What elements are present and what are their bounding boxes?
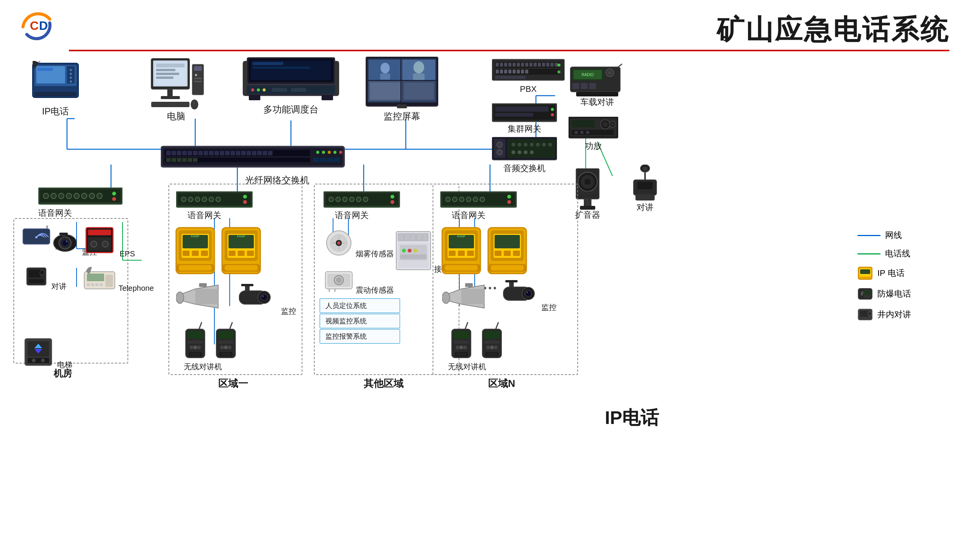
svg-rect-108 bbox=[550, 63, 554, 67]
legend-telephone-line bbox=[858, 253, 880, 254]
svg-point-339 bbox=[390, 195, 394, 199]
svg-point-146 bbox=[524, 143, 528, 147]
svg-rect-48 bbox=[156, 64, 185, 67]
svg-rect-85 bbox=[380, 73, 390, 80]
svg-point-366 bbox=[446, 197, 450, 202]
svg-rect-195 bbox=[214, 151, 219, 155]
svg-point-408 bbox=[459, 346, 463, 349]
svg-rect-76 bbox=[253, 62, 283, 65]
intercom-server: 对讲 bbox=[23, 264, 67, 292]
svg-rect-213 bbox=[172, 158, 176, 162]
svg-point-420 bbox=[494, 346, 498, 349]
svg-text:C: C bbox=[30, 19, 39, 33]
svg-rect-92 bbox=[397, 104, 407, 108]
svg-rect-201 bbox=[247, 151, 251, 155]
svg-rect-216 bbox=[188, 158, 192, 162]
svg-point-233 bbox=[112, 192, 116, 196]
svg-point-274 bbox=[202, 197, 207, 202]
svg-rect-74 bbox=[322, 95, 333, 100]
legend-ip-phone: IP 电话 bbox=[858, 266, 911, 280]
svg-rect-416 bbox=[484, 331, 500, 339]
svg-rect-430 bbox=[864, 291, 871, 295]
svg-point-299 bbox=[176, 292, 184, 303]
svg-point-275 bbox=[209, 197, 214, 202]
svg-point-344 bbox=[337, 241, 340, 245]
svg-rect-175 bbox=[637, 182, 653, 189]
zoneN-horn bbox=[442, 283, 488, 315]
legend-telephone: 电话线 bbox=[858, 248, 911, 259]
svg-rect-116 bbox=[517, 70, 520, 73]
legend-exp-phone: 防爆电话 bbox=[858, 287, 911, 301]
svg-point-333 bbox=[329, 197, 333, 202]
svg-point-315 bbox=[197, 346, 201, 349]
svg-rect-245 bbox=[59, 233, 68, 235]
svg-rect-103 bbox=[529, 63, 532, 67]
svg-rect-249 bbox=[29, 279, 44, 283]
svg-point-165 bbox=[586, 131, 589, 134]
svg-rect-157 bbox=[572, 120, 595, 127]
svg-point-206 bbox=[316, 151, 319, 154]
zoneN-label: 区域N bbox=[488, 377, 515, 390]
svg-point-360 bbox=[402, 249, 406, 253]
svg-rect-192 bbox=[198, 151, 203, 155]
svg-point-56 bbox=[195, 74, 197, 76]
svg-rect-113 bbox=[504, 70, 507, 73]
svg-line-137 bbox=[618, 64, 622, 67]
svg-rect-115 bbox=[513, 70, 516, 73]
svg-point-151 bbox=[511, 150, 515, 154]
svg-rect-219 bbox=[313, 158, 319, 162]
legend-exp-phone-label: 防爆电话 bbox=[877, 288, 911, 300]
svg-rect-112 bbox=[500, 70, 503, 73]
svg-point-372 bbox=[507, 195, 511, 199]
zone1-walkie-label: 无线对讲机 bbox=[184, 362, 222, 372]
svg-rect-70 bbox=[291, 88, 306, 92]
eps-device: EPS bbox=[84, 226, 132, 258]
svg-rect-117 bbox=[521, 70, 524, 73]
svg-text:KNSP: KNSP bbox=[457, 235, 466, 238]
svg-rect-323 bbox=[218, 341, 234, 344]
svg-rect-417 bbox=[484, 341, 500, 344]
other-gateway bbox=[323, 191, 400, 211]
svg-point-142 bbox=[497, 150, 502, 155]
elevator-device: 电梯 bbox=[23, 337, 70, 370]
svg-rect-257 bbox=[87, 283, 90, 286]
svg-rect-182 bbox=[635, 194, 655, 201]
svg-point-163 bbox=[575, 131, 578, 134]
svg-rect-266 bbox=[28, 358, 49, 363]
svg-point-127 bbox=[551, 113, 554, 116]
svg-point-253 bbox=[91, 241, 97, 247]
svg-rect-406 bbox=[454, 341, 469, 344]
svg-point-340 bbox=[390, 200, 394, 204]
svg-rect-356 bbox=[416, 233, 422, 241]
svg-point-335 bbox=[343, 197, 347, 202]
svg-line-321 bbox=[230, 322, 232, 329]
svg-point-147 bbox=[530, 143, 534, 147]
svg-rect-101 bbox=[521, 63, 524, 67]
svg-point-144 bbox=[511, 143, 515, 147]
svg-line-310 bbox=[199, 322, 202, 329]
legend-underground-label: 井内对讲 bbox=[877, 309, 911, 320]
zoneN-gateway-label: 语音网关 bbox=[452, 210, 485, 221]
cluster-gateway-device: 集群网关 bbox=[490, 103, 559, 136]
svg-rect-355 bbox=[410, 233, 416, 241]
svg-point-149 bbox=[542, 143, 546, 147]
legend-network-line bbox=[858, 235, 880, 236]
svg-point-208 bbox=[328, 151, 331, 154]
svg-point-325 bbox=[224, 346, 228, 349]
svg-point-419 bbox=[490, 346, 494, 349]
legend: 网线 电话线 IP 电话 防爆电话 井内对讲 bbox=[858, 230, 911, 321]
svg-rect-295 bbox=[247, 251, 254, 256]
svg-rect-202 bbox=[252, 151, 256, 155]
svg-point-361 bbox=[408, 249, 412, 253]
svg-point-232 bbox=[97, 193, 102, 199]
svg-rect-203 bbox=[257, 151, 262, 155]
svg-point-154 bbox=[530, 150, 534, 154]
svg-point-362 bbox=[413, 249, 417, 253]
svg-rect-312 bbox=[188, 341, 203, 344]
svg-rect-222 bbox=[334, 158, 340, 162]
svg-rect-59 bbox=[151, 102, 189, 107]
svg-rect-118 bbox=[525, 70, 528, 73]
svg-point-152 bbox=[518, 150, 521, 154]
svg-rect-143 bbox=[507, 139, 555, 158]
svg-point-126 bbox=[551, 108, 554, 111]
